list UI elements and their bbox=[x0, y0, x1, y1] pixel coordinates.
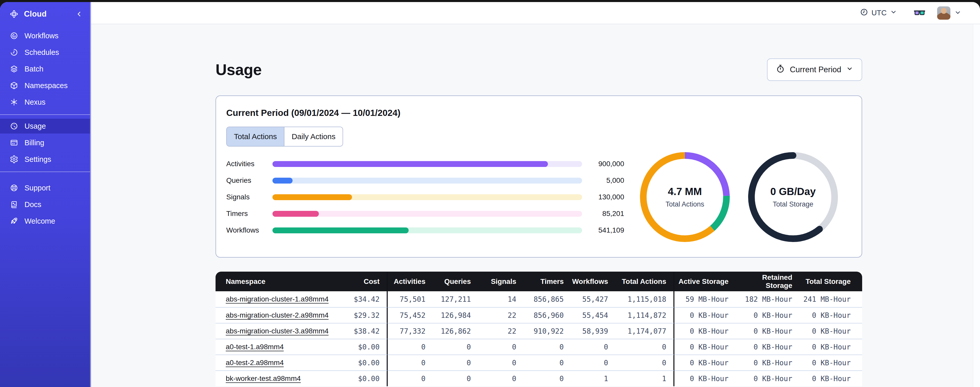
sidebar-item-label: Settings bbox=[24, 155, 51, 164]
bar-value: 85,201 bbox=[582, 209, 624, 218]
column-header-signals: Signals bbox=[478, 272, 523, 291]
timers-cell: 0 bbox=[523, 355, 571, 370]
queries-cell: 0 bbox=[433, 355, 478, 370]
activities-cell: 0 bbox=[388, 339, 433, 355]
sidebar-item-label: Namespaces bbox=[24, 82, 68, 90]
namespace-usage-table-wrap: Namespace Cost Activities Queries Signal… bbox=[216, 272, 862, 386]
sidebar-nav-account: Usage Billing Settings bbox=[0, 115, 90, 171]
bar-label: Timers bbox=[226, 209, 272, 218]
namespace-link[interactable]: bk-worker-test.a98mm4 bbox=[226, 374, 301, 382]
timezone-label: UTC bbox=[871, 9, 887, 17]
vertical-scrollbar[interactable] bbox=[973, 24, 980, 387]
active-storage-cell: 0 KB-Hour bbox=[675, 355, 736, 370]
signals-cell: 14 bbox=[478, 291, 523, 307]
bar-fill bbox=[272, 161, 548, 167]
actions-tab-group: Total Actions Daily Actions bbox=[226, 126, 343, 147]
tab-total-actions[interactable]: Total Actions bbox=[227, 127, 284, 146]
period-selector-button[interactable]: Current Period bbox=[767, 58, 862, 81]
bar-row-activities: Activities 900,000 bbox=[226, 160, 624, 168]
retained-storage-cell: 0 KB-Hour bbox=[736, 323, 799, 339]
column-header-total-storage: Total Storage bbox=[799, 272, 862, 291]
signals-cell: 0 bbox=[478, 339, 523, 355]
namespace-cell: a0-test-1.a98mm4 bbox=[216, 339, 337, 355]
namespace-link[interactable]: a0-test-1.a98mm4 bbox=[226, 343, 284, 351]
donut-center: 4.7 MM Total Actions bbox=[640, 152, 730, 242]
total-actions-value: 4.7 MM bbox=[668, 186, 702, 197]
account-menu-button[interactable] bbox=[954, 9, 962, 17]
active-storage-cell: 0 KB-Hour bbox=[675, 307, 736, 323]
cost-cell: $34.42 bbox=[337, 291, 388, 307]
bar-fill bbox=[272, 227, 409, 233]
sidebar-item-label: Nexus bbox=[24, 98, 45, 106]
namespace-link[interactable]: a0-test-2.a98mm4 bbox=[226, 359, 284, 366]
sidebar-item-batch[interactable]: Batch bbox=[0, 62, 90, 76]
cost-cell: $29.32 bbox=[337, 307, 388, 323]
sidebar-item-nexus[interactable]: Nexus bbox=[0, 95, 90, 110]
bar-value: 541,109 bbox=[582, 226, 624, 234]
app-window: Cloud Workflows Schedules bbox=[0, 2, 980, 387]
total-actions-cell: 1,114,872 bbox=[615, 307, 675, 323]
namespace-link[interactable]: abs-migration-cluster-1.a98mm4 bbox=[226, 295, 329, 303]
bar-label: Signals bbox=[226, 193, 272, 201]
page-content: Usage Current Period Current Period (09/… bbox=[216, 24, 862, 386]
sidebar-item-settings[interactable]: Settings bbox=[0, 152, 90, 167]
schedules-icon bbox=[10, 48, 18, 57]
table-row-a0-test-2-a98mm4: a0-test-2.a98mm4 $0.00 0 0 0 0 0 0 0 KB-… bbox=[216, 355, 862, 370]
sidebar-header: Cloud bbox=[0, 2, 90, 24]
namespaces-icon bbox=[10, 81, 18, 90]
sidebar-item-docs[interactable]: Docs bbox=[0, 197, 90, 212]
title-row: Usage Current Period bbox=[216, 58, 862, 81]
sidebar-item-label: Batch bbox=[24, 65, 43, 73]
retained-storage-cell: 0 KB-Hour bbox=[736, 370, 799, 386]
namespace-cell: bk-worker-test.a98mm4 bbox=[216, 370, 337, 386]
namespace-link[interactable]: abs-migration-cluster-2.a98mm4 bbox=[226, 311, 329, 319]
chevron-down-icon bbox=[954, 13, 962, 17]
docs-icon bbox=[10, 200, 18, 209]
activities-cell: 0 bbox=[388, 370, 433, 386]
sidebar-item-label: Docs bbox=[24, 200, 41, 209]
sidebar-item-workflows[interactable]: Workflows bbox=[0, 28, 90, 43]
sidebar-nav-main: Workflows Schedules Batch Namespaces bbox=[0, 24, 90, 114]
bar-track bbox=[272, 227, 582, 233]
workflows-cell: 0 bbox=[571, 355, 615, 370]
sidebar-item-namespaces[interactable]: Namespaces bbox=[0, 78, 90, 93]
bar-fill bbox=[272, 178, 293, 184]
donut-charts: 4.7 MM Total Actions 0 GB/Day Total Stor… bbox=[640, 152, 838, 242]
brand-label: Cloud bbox=[24, 10, 70, 19]
sidebar-item-welcome[interactable]: Welcome bbox=[0, 214, 90, 229]
sidebar-item-label: Support bbox=[24, 184, 51, 192]
timers-cell: 856,865 bbox=[523, 291, 571, 307]
total-actions-cell: 0 bbox=[615, 339, 675, 355]
avatar[interactable] bbox=[937, 6, 950, 20]
total-actions-label: Total Actions bbox=[665, 200, 704, 208]
sidebar-item-schedules[interactable]: Schedules bbox=[0, 45, 90, 60]
tab-daily-actions[interactable]: Daily Actions bbox=[284, 127, 342, 146]
batch-icon bbox=[10, 65, 18, 73]
bar-row-signals: Signals 130,000 bbox=[226, 193, 624, 201]
total-actions-donut: 4.7 MM Total Actions bbox=[640, 152, 730, 242]
table-row-abs-migration-cluster-3-a98mm4: abs-migration-cluster-3.a98mm4 $38.42 77… bbox=[216, 323, 862, 339]
feedback-glasses-button[interactable] bbox=[914, 8, 926, 18]
sidebar-item-usage[interactable]: Usage bbox=[0, 119, 90, 134]
timers-cell: 0 bbox=[523, 370, 571, 386]
column-header-workflows: Workflows bbox=[571, 272, 615, 291]
welcome-icon bbox=[10, 217, 18, 225]
bar-fill bbox=[272, 194, 352, 200]
bar-value: 900,000 bbox=[582, 160, 624, 168]
sidebar-collapse-button[interactable] bbox=[75, 10, 83, 18]
retained-storage-cell: 0 KB-Hour bbox=[736, 339, 799, 355]
signals-cell: 22 bbox=[478, 323, 523, 339]
activities-cell: 77,332 bbox=[388, 323, 433, 339]
total-storage-cell: 241 MB-Hour bbox=[799, 291, 862, 307]
sidebar-item-billing[interactable]: Billing bbox=[0, 135, 90, 150]
total-storage-cell: 0 KB-Hour bbox=[799, 355, 862, 370]
queries-cell: 126,862 bbox=[433, 323, 478, 339]
table-row-abs-migration-cluster-1-a98mm4: abs-migration-cluster-1.a98mm4 $34.42 75… bbox=[216, 291, 862, 307]
sidebar-item-support[interactable]: Support bbox=[0, 181, 90, 195]
column-header-activities: Activities bbox=[388, 272, 433, 291]
namespace-link[interactable]: abs-migration-cluster-3.a98mm4 bbox=[226, 327, 329, 335]
sidebar-item-label: Workflows bbox=[24, 32, 59, 40]
timezone-selector[interactable]: UTC bbox=[858, 8, 899, 18]
bar-value: 130,000 bbox=[582, 193, 624, 201]
page-scroll-area[interactable]: Usage Current Period Current Period (09/… bbox=[91, 24, 980, 387]
